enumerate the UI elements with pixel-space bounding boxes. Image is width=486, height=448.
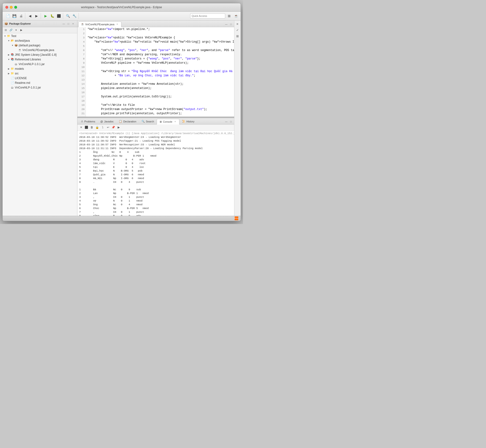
scroll-end-button[interactable]: ⤵ [100, 125, 105, 130]
code-line-3[interactable]: "kw">class="kw">public "kw">class VnCore… [88, 36, 232, 40]
tree-toggle-LICENSE[interactable] [7, 77, 10, 80]
tab-history[interactable]: 📜 History [179, 119, 197, 124]
code-line-11[interactable]: "kw">String str = "Ông Nguyễn Khắc Chúc … [88, 69, 232, 73]
tab-console[interactable]: 🖥 Console × [157, 119, 179, 125]
tree-item-src[interactable]: ▶📁src [3, 71, 77, 76]
code-line-17[interactable]: System.out.println(annotation.toString()… [88, 95, 232, 99]
forward-button[interactable]: ▶ [34, 13, 40, 19]
code-line-2[interactable] [88, 31, 232, 36]
tab-close-button[interactable]: × [116, 23, 119, 26]
minimize-console-button[interactable]: — [224, 120, 228, 124]
tree-item-LICENSE[interactable]: 📄LICENSE [3, 76, 77, 80]
code-line-18[interactable] [88, 99, 232, 103]
tree-toggle-test[interactable]: ▼ [3, 34, 7, 38]
package-explorer-icon: 📦 [4, 22, 8, 25]
run-button[interactable]: ▶ [43, 13, 49, 19]
tab-javadoc[interactable]: @ Javadoc [98, 119, 116, 124]
close-view-button[interactable]: × [71, 22, 75, 26]
line-number-14: 14 [78, 82, 85, 86]
tree-toggle-Readme[interactable] [7, 81, 10, 85]
tree-toggle-vncorenlp-jar[interactable] [11, 63, 14, 66]
code-line-13[interactable] [88, 78, 232, 82]
remove-launch-button[interactable]: 🗑 [90, 125, 94, 130]
code-line-1[interactable]: "kw">class="kw">import vn.pipeline.*; [88, 27, 232, 31]
minimize-view-button[interactable]: — [62, 22, 66, 26]
quick-access-input[interactable] [190, 13, 225, 18]
console-output-line-15: 2 Lan Np B-PER 1 nmod [79, 192, 232, 195]
tree-toggle-jre-system[interactable]: ▶ [7, 53, 10, 56]
tree-toggle-models[interactable]: ▶ [7, 67, 10, 71]
minimize-editor-button[interactable]: — [224, 22, 228, 26]
code-line-16[interactable] [88, 90, 232, 95]
tree-item-vncorenlp-jar[interactable]: 🗂VnCoreNLP-1.0.1.jar [3, 62, 77, 66]
minimize-button[interactable] [10, 6, 13, 9]
tree-item-default-package[interactable]: ▼📦(default package) [3, 43, 77, 48]
word-wrap-button[interactable]: ↩ [106, 125, 110, 130]
clear-console-button[interactable]: ✕ [79, 125, 84, 130]
tree-item-models[interactable]: ▶📁models [3, 66, 77, 71]
tree-toggle-referenced-libs[interactable]: ▼ [7, 58, 10, 61]
tree-toggle-src[interactable]: ▶ [7, 72, 10, 75]
tree-item-VnCoreNLP-jar2[interactable]: 🗂VnCoreNLP-1.0.1.jar [3, 85, 77, 90]
tree-item-src-test-java[interactable]: ▼📂src/test/java [3, 38, 77, 43]
line-number-3: 3 [78, 36, 85, 40]
back-button[interactable]: ◀ [27, 13, 33, 19]
new-button[interactable]: 📄 [5, 13, 11, 19]
tab-search[interactable]: 🔍 Search [139, 119, 157, 124]
tree-item-test[interactable]: ▼📁Test [3, 34, 77, 38]
search-toolbar-button[interactable]: 🔍 [65, 13, 71, 19]
save-button[interactable]: 💾 [11, 13, 17, 19]
scroll-lock-button[interactable]: 🔒 [95, 125, 100, 130]
perspectives-button[interactable]: ⊞ [226, 13, 232, 19]
code-line-14[interactable]: Annotation annotation = "kw">new Annotat… [88, 82, 232, 86]
code-line-6[interactable]: "cm">// "wseg", "pos", "ner", and "parse… [88, 48, 232, 52]
tree-item-Readme[interactable]: 📄Readme.md [3, 80, 77, 85]
stop-button[interactable]: ⬛ [56, 13, 62, 19]
outline-view-button[interactable]: ≡ [235, 22, 240, 27]
toolbar-group-nav: ◀ ▶ [26, 13, 41, 19]
task-list-button[interactable]: ✓ [235, 28, 240, 33]
java-perspective-button[interactable]: ☕ [233, 13, 239, 19]
console-tab-close[interactable]: × [173, 120, 177, 123]
minimap-button[interactable]: ⊞ [235, 34, 240, 39]
tree-item-jre-system[interactable]: ▶📚JRE System Library [JavaSE-1.8] [3, 52, 77, 57]
tree-toggle-src-test-java[interactable]: ▼ [7, 39, 10, 42]
search-label: Search [146, 120, 154, 123]
view-menu-button[interactable]: ▾ [14, 28, 18, 32]
code-line-5[interactable] [88, 44, 232, 48]
code-line-19[interactable]: "cm">//Write to file [88, 103, 232, 107]
collapse-all-button[interactable]: ⊟ [3, 28, 8, 32]
editor-tab-vncore[interactable]: ☕ VnCoreNLPExample.java × [78, 22, 122, 27]
tree-toggle-default-package[interactable]: ▼ [11, 44, 14, 47]
maximize-button[interactable] [14, 6, 17, 9]
code-line-8[interactable]: "kw">String[] annotators = {"wseg", "pos… [88, 57, 232, 61]
tab-declaration[interactable]: 📋 Declaration [116, 119, 139, 124]
maximize-console-button[interactable]: □ [229, 120, 233, 124]
terminate-button[interactable]: ⬛ [84, 125, 89, 130]
pin-console-button[interactable]: 📌 [111, 125, 116, 130]
declaration-icon: 📋 [119, 120, 122, 123]
tree-item-VnCoreNLPExample[interactable]: ☕VnCoreNLPExample.java [3, 48, 77, 52]
tree-toggle-VnCoreNLPExample[interactable] [15, 48, 18, 52]
code-line-9[interactable]: VnCoreNLP pipeline = "kw">new VnCoreNLP(… [88, 61, 232, 65]
code-line-20[interactable]: PrintStream outputPrinter = "kw">new Pri… [88, 107, 232, 112]
close-button[interactable] [5, 6, 8, 9]
code-line-7[interactable]: "cm">//NER and dependency parsing, respe… [88, 52, 232, 57]
tree-item-referenced-libs[interactable]: ▼📚Referenced Libraries [3, 57, 77, 62]
code-line-12[interactable]: + "Bà Lan, vợ ông Chúc, cũng làm việc tạ… [88, 73, 232, 78]
forward-tree-button[interactable]: ▶ [19, 28, 24, 32]
link-editor-button[interactable]: 🔗 [9, 28, 13, 32]
code-line-4[interactable]: "kw">class="kw">public "kw">static "kw">… [88, 40, 232, 44]
code-line-10[interactable] [88, 65, 232, 69]
print-button[interactable]: 🖨 [18, 13, 24, 19]
tree-toggle-VnCoreNLP-jar2[interactable] [7, 86, 10, 89]
code-line-21[interactable]: pipeline.printToFile(annotation, outputP… [88, 112, 232, 116]
refactor-button[interactable]: 🔧 [71, 13, 78, 19]
code-content[interactable]: "kw">class="kw">import vn.pipeline.*; "k… [86, 27, 234, 117]
maximize-editor-button[interactable]: □ [229, 22, 233, 26]
tab-problems[interactable]: ⚠ Problems [78, 119, 98, 124]
code-line-15[interactable]: pipeline.annotate(annotation); [88, 86, 232, 90]
maximize-view-button[interactable]: □ [66, 22, 71, 26]
debug-button[interactable]: 🐛 [49, 13, 55, 19]
open-console-button[interactable]: ▶ [117, 125, 121, 130]
